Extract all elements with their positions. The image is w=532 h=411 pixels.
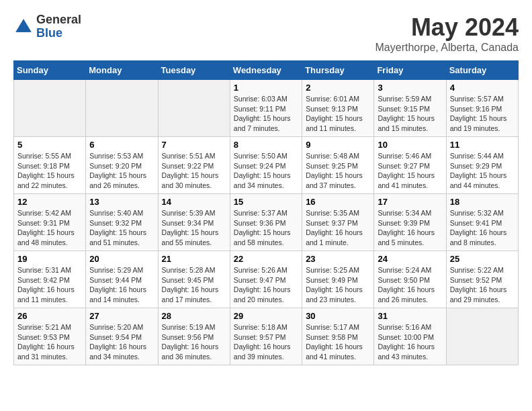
day-number: 14: [162, 197, 226, 207]
day-number: 7: [162, 140, 226, 150]
calendar-cell: 10Sunrise: 5:46 AM Sunset: 9:27 PM Dayli…: [374, 137, 446, 194]
day-number: 26: [17, 311, 82, 321]
logo-blue-text: Blue: [36, 27, 81, 40]
day-info: Sunrise: 5:16 AM Sunset: 10:00 PM Daylig…: [378, 322, 442, 362]
calendar-cell: 8Sunrise: 5:50 AM Sunset: 9:24 PM Daylig…: [230, 137, 302, 194]
calendar-cell: 27Sunrise: 5:20 AM Sunset: 9:54 PM Dayli…: [86, 308, 158, 365]
calendar-cell: 22Sunrise: 5:26 AM Sunset: 9:47 PM Dayli…: [230, 251, 302, 308]
day-info: Sunrise: 5:31 AM Sunset: 9:42 PM Dayligh…: [17, 265, 82, 305]
day-info: Sunrise: 5:39 AM Sunset: 9:34 PM Dayligh…: [162, 208, 226, 248]
header-friday: Friday: [374, 61, 446, 80]
calendar-cell: 2Sunrise: 6:01 AM Sunset: 9:13 PM Daylig…: [302, 80, 374, 137]
calendar-cell: 23Sunrise: 5:25 AM Sunset: 9:49 PM Dayli…: [302, 251, 374, 308]
header-sunday: Sunday: [14, 61, 86, 80]
day-info: Sunrise: 5:34 AM Sunset: 9:39 PM Dayligh…: [378, 208, 442, 248]
calendar-cell: 15Sunrise: 5:37 AM Sunset: 9:36 PM Dayli…: [230, 194, 302, 251]
day-info: Sunrise: 5:22 AM Sunset: 9:52 PM Dayligh…: [450, 265, 515, 305]
day-number: 31: [378, 311, 442, 321]
header-wednesday: Wednesday: [230, 61, 302, 80]
calendar-week-row: 1Sunrise: 6:03 AM Sunset: 9:11 PM Daylig…: [14, 80, 519, 137]
day-info: Sunrise: 5:40 AM Sunset: 9:32 PM Dayligh…: [89, 208, 154, 248]
day-number: 20: [89, 254, 154, 264]
day-number: 23: [306, 254, 370, 264]
calendar-cell: 28Sunrise: 5:19 AM Sunset: 9:56 PM Dayli…: [158, 308, 230, 365]
calendar-cell: 26Sunrise: 5:21 AM Sunset: 9:53 PM Dayli…: [14, 308, 86, 365]
calendar-table: Sunday Monday Tuesday Wednesday Thursday…: [13, 60, 519, 365]
day-number: 5: [17, 140, 82, 150]
day-info: Sunrise: 5:59 AM Sunset: 9:15 PM Dayligh…: [378, 94, 442, 134]
day-info: Sunrise: 5:18 AM Sunset: 9:57 PM Dayligh…: [234, 322, 298, 362]
day-info: Sunrise: 5:26 AM Sunset: 9:47 PM Dayligh…: [234, 265, 298, 305]
day-number: 25: [450, 254, 515, 264]
calendar-cell: 16Sunrise: 5:35 AM Sunset: 9:37 PM Dayli…: [302, 194, 374, 251]
calendar-cell: [446, 308, 518, 365]
day-info: Sunrise: 5:46 AM Sunset: 9:27 PM Dayligh…: [378, 151, 442, 191]
title-section: May 2024 Mayerthorpe, Alberta, Canada: [375, 13, 519, 54]
header: General Blue May 2024 Mayerthorpe, Alber…: [13, 13, 519, 54]
day-info: Sunrise: 5:28 AM Sunset: 9:45 PM Dayligh…: [162, 265, 226, 305]
day-number: 13: [89, 197, 154, 207]
calendar-week-row: 26Sunrise: 5:21 AM Sunset: 9:53 PM Dayli…: [14, 308, 519, 365]
calendar-cell: 20Sunrise: 5:29 AM Sunset: 9:44 PM Dayli…: [86, 251, 158, 308]
day-number: 11: [450, 140, 515, 150]
day-info: Sunrise: 5:35 AM Sunset: 9:37 PM Dayligh…: [306, 208, 370, 248]
day-number: 17: [378, 197, 442, 207]
logo-icon: [13, 17, 34, 37]
day-number: 24: [378, 254, 442, 264]
calendar-cell: 14Sunrise: 5:39 AM Sunset: 9:34 PM Dayli…: [158, 194, 230, 251]
day-number: 18: [450, 197, 515, 207]
calendar-week-row: 19Sunrise: 5:31 AM Sunset: 9:42 PM Dayli…: [14, 251, 519, 308]
day-info: Sunrise: 5:37 AM Sunset: 9:36 PM Dayligh…: [234, 208, 298, 248]
calendar-cell: 1Sunrise: 6:03 AM Sunset: 9:11 PM Daylig…: [230, 80, 302, 137]
calendar-cell: 11Sunrise: 5:44 AM Sunset: 9:29 PM Dayli…: [446, 137, 518, 194]
header-saturday: Saturday: [446, 61, 518, 80]
calendar-cell: 7Sunrise: 5:51 AM Sunset: 9:22 PM Daylig…: [158, 137, 230, 194]
calendar-cell: [158, 80, 230, 137]
day-info: Sunrise: 5:53 AM Sunset: 9:20 PM Dayligh…: [89, 151, 154, 191]
calendar-cell: 21Sunrise: 5:28 AM Sunset: 9:45 PM Dayli…: [158, 251, 230, 308]
calendar-cell: [14, 80, 86, 137]
header-thursday: Thursday: [302, 61, 374, 80]
day-number: 21: [162, 254, 226, 264]
calendar-week-row: 5Sunrise: 5:55 AM Sunset: 9:18 PM Daylig…: [14, 137, 519, 194]
day-info: Sunrise: 5:51 AM Sunset: 9:22 PM Dayligh…: [162, 151, 226, 191]
day-info: Sunrise: 5:29 AM Sunset: 9:44 PM Dayligh…: [89, 265, 154, 305]
calendar-cell: 25Sunrise: 5:22 AM Sunset: 9:52 PM Dayli…: [446, 251, 518, 308]
calendar-cell: 29Sunrise: 5:18 AM Sunset: 9:57 PM Dayli…: [230, 308, 302, 365]
logo: General Blue: [13, 13, 81, 40]
day-info: Sunrise: 5:25 AM Sunset: 9:49 PM Dayligh…: [306, 265, 370, 305]
day-number: 9: [306, 140, 370, 150]
day-info: Sunrise: 5:55 AM Sunset: 9:18 PM Dayligh…: [17, 151, 82, 191]
day-info: Sunrise: 6:03 AM Sunset: 9:11 PM Dayligh…: [234, 94, 298, 134]
calendar-subtitle: Mayerthorpe, Alberta, Canada: [375, 42, 519, 54]
calendar-cell: 4Sunrise: 5:57 AM Sunset: 9:16 PM Daylig…: [446, 80, 518, 137]
day-number: 10: [378, 140, 442, 150]
day-info: Sunrise: 5:57 AM Sunset: 9:16 PM Dayligh…: [450, 94, 515, 134]
day-info: Sunrise: 5:24 AM Sunset: 9:50 PM Dayligh…: [378, 265, 442, 305]
day-number: 8: [234, 140, 298, 150]
calendar-title: May 2024: [375, 13, 519, 42]
calendar-cell: 6Sunrise: 5:53 AM Sunset: 9:20 PM Daylig…: [86, 137, 158, 194]
day-info: Sunrise: 5:17 AM Sunset: 9:58 PM Dayligh…: [306, 322, 370, 362]
calendar-cell: 3Sunrise: 5:59 AM Sunset: 9:15 PM Daylig…: [374, 80, 446, 137]
svg-rect-2: [19, 27, 28, 32]
day-info: Sunrise: 5:21 AM Sunset: 9:53 PM Dayligh…: [17, 322, 82, 362]
calendar-cell: 24Sunrise: 5:24 AM Sunset: 9:50 PM Dayli…: [374, 251, 446, 308]
calendar-cell: 9Sunrise: 5:48 AM Sunset: 9:25 PM Daylig…: [302, 137, 374, 194]
day-number: 29: [234, 311, 298, 321]
header-tuesday: Tuesday: [158, 61, 230, 80]
day-number: 27: [89, 311, 154, 321]
calendar-cell: 31Sunrise: 5:16 AM Sunset: 10:00 PM Dayl…: [374, 308, 446, 365]
day-number: 19: [17, 254, 82, 264]
day-info: Sunrise: 5:48 AM Sunset: 9:25 PM Dayligh…: [306, 151, 370, 191]
calendar-cell: 17Sunrise: 5:34 AM Sunset: 9:39 PM Dayli…: [374, 194, 446, 251]
calendar-cell: 5Sunrise: 5:55 AM Sunset: 9:18 PM Daylig…: [14, 137, 86, 194]
day-info: Sunrise: 5:20 AM Sunset: 9:54 PM Dayligh…: [89, 322, 154, 362]
day-number: 3: [378, 83, 442, 93]
calendar-cell: 18Sunrise: 5:32 AM Sunset: 9:41 PM Dayli…: [446, 194, 518, 251]
calendar-cell: 12Sunrise: 5:42 AM Sunset: 9:31 PM Dayli…: [14, 194, 86, 251]
day-number: 12: [17, 197, 82, 207]
calendar-cell: 30Sunrise: 5:17 AM Sunset: 9:58 PM Dayli…: [302, 308, 374, 365]
day-number: 15: [234, 197, 298, 207]
day-info: Sunrise: 5:44 AM Sunset: 9:29 PM Dayligh…: [450, 151, 515, 191]
